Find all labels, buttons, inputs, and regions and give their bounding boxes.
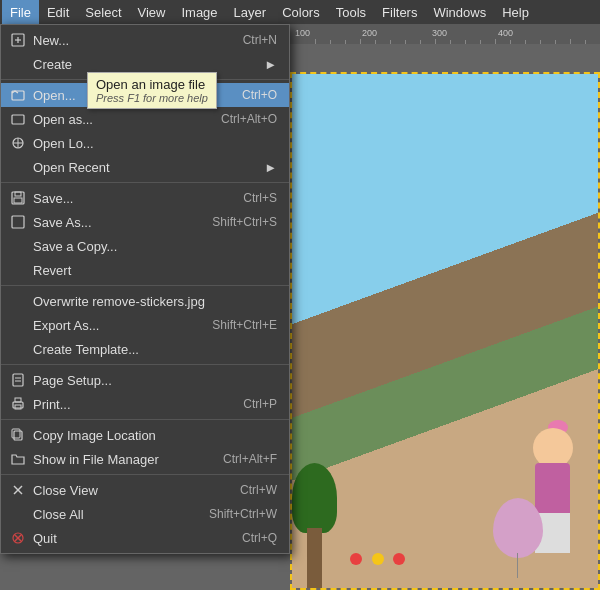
menu-item-close-view-label: Close View — [33, 483, 98, 498]
menu-item-save-shortcut: Ctrl+S — [243, 191, 277, 205]
menu-item-show-file-manager-shortcut: Ctrl+Alt+F — [223, 452, 277, 466]
ruler-label-200: 200 — [362, 28, 377, 38]
photo-background — [292, 74, 598, 588]
svg-rect-11 — [12, 216, 24, 228]
menu-item-quit-label: Quit — [33, 531, 57, 546]
menu-item-close-all-label: Close All — [33, 507, 84, 522]
flower-patch — [347, 553, 408, 568]
menu-item-close-view-shortcut: Ctrl+W — [240, 483, 277, 497]
menu-layer[interactable]: Layer — [226, 0, 275, 24]
close-view-icon — [9, 481, 27, 499]
menu-item-save-as-shortcut: Shift+Ctrl+S — [212, 215, 277, 229]
separator-4 — [1, 364, 289, 365]
menu-item-print-shortcut: Ctrl+P — [243, 397, 277, 411]
menu-help[interactable]: Help — [494, 0, 537, 24]
separator-5 — [1, 419, 289, 420]
svg-rect-18 — [14, 431, 22, 440]
svg-rect-4 — [12, 115, 24, 124]
svg-rect-10 — [14, 198, 22, 203]
flower-red — [350, 553, 362, 565]
menu-item-export-as[interactable]: Export As... Shift+Ctrl+E — [1, 313, 289, 337]
menu-filters[interactable]: Filters — [374, 0, 425, 24]
menu-windows[interactable]: Windows — [425, 0, 494, 24]
child-figure — [488, 428, 578, 588]
new-icon — [9, 31, 27, 49]
image-preview — [290, 72, 600, 590]
ruler-label-400: 400 — [498, 28, 513, 38]
menu-item-open-recent[interactable]: Open Recent ► — [1, 155, 289, 179]
menu-item-save-label: Save... — [33, 191, 73, 206]
menu-item-export-as-shortcut: Shift+Ctrl+E — [212, 318, 277, 332]
menu-item-new[interactable]: New... Ctrl+N — [1, 28, 289, 52]
child-body — [535, 463, 570, 513]
separator-2 — [1, 182, 289, 183]
menu-item-export-as-label: Export As... — [33, 318, 99, 333]
open-as-icon — [9, 110, 27, 128]
create-arrow-icon: ► — [264, 57, 277, 72]
tooltip-line1: Open an image file — [96, 77, 208, 92]
flower-red2 — [393, 553, 405, 565]
svg-rect-9 — [15, 192, 21, 196]
menu-item-create-label: Create — [33, 57, 72, 72]
folder-icon — [9, 450, 27, 468]
tooltip-line2: Press F1 for more help — [96, 92, 208, 104]
copy-icon — [9, 426, 27, 444]
menu-item-open-as-label: Open as... — [33, 112, 93, 127]
print-icon — [9, 395, 27, 413]
menu-item-page-setup[interactable]: Page Setup... — [1, 368, 289, 392]
save-icon — [9, 189, 27, 207]
menu-item-open-as[interactable]: Open as... Ctrl+Alt+O — [1, 107, 289, 131]
menu-item-new-label: New... — [33, 33, 69, 48]
menu-tools[interactable]: Tools — [328, 0, 374, 24]
open-icon — [9, 86, 27, 104]
tree-top — [292, 463, 337, 533]
menu-item-print-label: Print... — [33, 397, 71, 412]
separator-3 — [1, 285, 289, 286]
ruler-label-300: 300 — [432, 28, 447, 38]
menu-item-show-file-manager-label: Show in File Manager — [33, 452, 159, 467]
menu-item-close-all-shortcut: Shift+Ctrl+W — [209, 507, 277, 521]
ruler-label-100: 100 — [295, 28, 310, 38]
menu-item-overwrite[interactable]: Overwrite remove-stickers.jpg — [1, 289, 289, 313]
balloon-string — [517, 553, 518, 578]
child-head — [533, 428, 573, 468]
menu-item-open-label: Open... — [33, 88, 76, 103]
menu-item-show-file-manager[interactable]: Show in File Manager Ctrl+Alt+F — [1, 447, 289, 471]
menu-item-copy-image-location-label: Copy Image Location — [33, 428, 156, 443]
balloon — [493, 498, 543, 558]
menu-item-open-shortcut: Ctrl+O — [242, 88, 277, 102]
menu-item-save-copy[interactable]: Save a Copy... — [1, 234, 289, 258]
menu-item-save-copy-label: Save a Copy... — [33, 239, 117, 254]
menu-item-save-as-label: Save As... — [33, 215, 92, 230]
menu-view[interactable]: View — [130, 0, 174, 24]
menu-item-create-template[interactable]: Create Template... — [1, 337, 289, 361]
svg-rect-12 — [13, 374, 23, 386]
tree-trunk — [307, 528, 322, 588]
menu-item-revert[interactable]: Revert — [1, 258, 289, 282]
menu-file[interactable]: File — [2, 0, 39, 24]
tooltip-popup: Open an image file Press F1 for more hel… — [87, 72, 217, 109]
svg-rect-19 — [12, 429, 20, 438]
menu-item-close-view[interactable]: Close View Ctrl+W — [1, 478, 289, 502]
menu-item-copy-image-location[interactable]: Copy Image Location — [1, 423, 289, 447]
open-location-icon — [9, 134, 27, 152]
menu-item-print[interactable]: Print... Ctrl+P — [1, 392, 289, 416]
menu-item-open-location-label: Open Lo... — [33, 136, 94, 151]
menu-item-page-setup-label: Page Setup... — [33, 373, 112, 388]
menu-item-quit-shortcut: Ctrl+Q — [242, 531, 277, 545]
page-setup-icon — [9, 371, 27, 389]
menu-item-quit[interactable]: Quit Ctrl+Q — [1, 526, 289, 550]
menu-item-overwrite-label: Overwrite remove-stickers.jpg — [33, 294, 205, 309]
menu-item-new-shortcut: Ctrl+N — [243, 33, 277, 47]
menu-item-save-as[interactable]: Save As... Shift+Ctrl+S — [1, 210, 289, 234]
menu-item-close-all[interactable]: Close All Shift+Ctrl+W — [1, 502, 289, 526]
menu-colors[interactable]: Colors — [274, 0, 328, 24]
separator-6 — [1, 474, 289, 475]
flower-yellow — [372, 553, 384, 565]
menu-item-save[interactable]: Save... Ctrl+S — [1, 186, 289, 210]
menu-item-open-location[interactable]: Open Lo... — [1, 131, 289, 155]
menu-image[interactable]: Image — [173, 0, 225, 24]
menu-select[interactable]: Select — [77, 0, 129, 24]
menu-edit[interactable]: Edit — [39, 0, 77, 24]
svg-rect-16 — [15, 398, 21, 402]
